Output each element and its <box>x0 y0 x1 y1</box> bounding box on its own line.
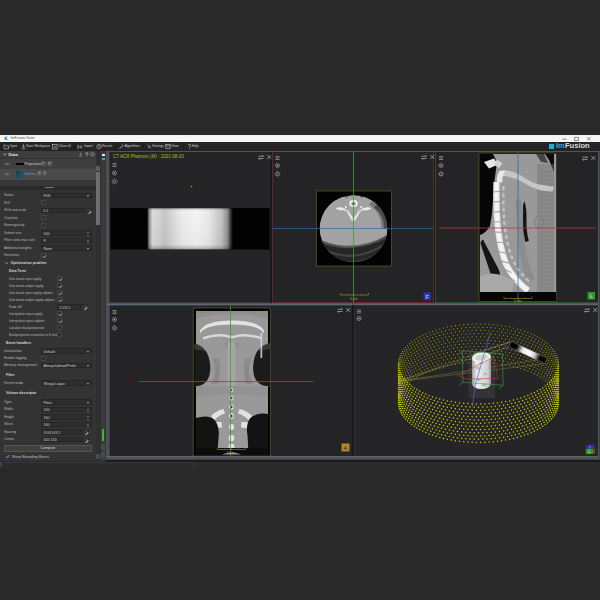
svg-text:P: P <box>588 445 590 449</box>
svg-text:5 cm: 5 cm <box>227 451 235 455</box>
svg-text:A: A <box>343 445 347 451</box>
svg-text:5 cm: 5 cm <box>514 299 522 302</box>
svg-text:CT ACR Phantom (M) - 2021-08-2: CT ACR Phantom (M) - 2021-08-20 <box>113 154 184 159</box>
svg-text:5 cm: 5 cm <box>350 297 358 301</box>
svg-text:L: L <box>589 293 592 299</box>
